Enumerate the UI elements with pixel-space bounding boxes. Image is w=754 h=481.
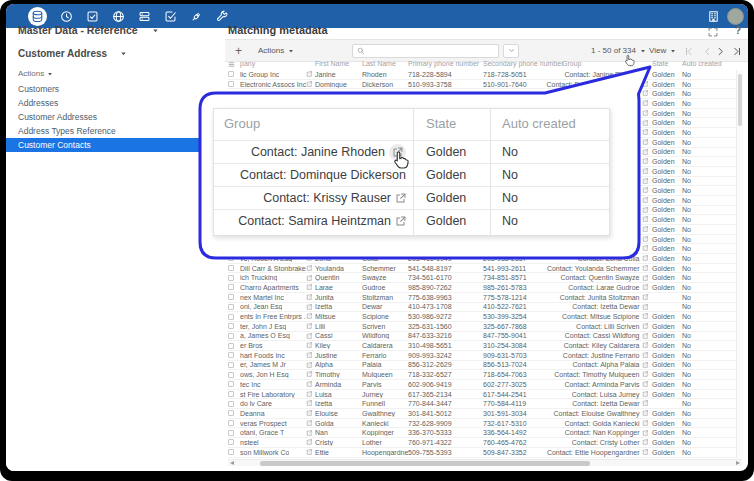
table-row[interactable]: ve, Robert A EsqZonaColla203-461-1949203… [228,254,736,264]
open-record-icon[interactable] [306,304,313,311]
first-page-button[interactable] [684,47,693,56]
table-row[interactable]: lic Group IncJanineRhoden718-228-5894718… [228,70,736,80]
open-record-icon[interactable] [642,139,649,146]
group-link[interactable]: Contact: Izetta Dewar [572,303,648,312]
table-row[interactable]: auserGoldenNo [228,89,736,99]
open-record-icon[interactable] [642,333,649,340]
row-checkbox[interactable] [228,284,234,290]
actions-menu-button[interactable]: Actions [258,46,294,55]
column-header-state[interactable]: State [652,60,668,67]
table-row[interactable]: otani, Grace TNanKoppinger336-370-533333… [228,428,736,438]
callout-group-link[interactable]: Contact: Samira Heintzman [214,210,411,232]
open-record-icon[interactable] [642,90,649,97]
table-row[interactable]: ows, Jon H EsqTimothyMulqueen718-332-652… [228,370,736,380]
row-checkbox[interactable] [228,343,234,349]
column-menu-icon[interactable] [228,61,235,68]
group-link[interactable]: tros [628,128,648,137]
open-record-icon[interactable] [642,149,649,156]
help-icon[interactable]: ? [735,25,741,36]
row-checkbox[interactable] [228,323,234,329]
table-row[interactable]: tec IncArmindaParvis602-906-9419602-277-… [228,380,736,390]
open-record-icon[interactable] [306,265,313,272]
group-link[interactable]: resi [628,138,648,147]
group-link[interactable]: Contact: Junita Stoltzman [560,293,648,302]
row-checkbox[interactable] [228,71,234,77]
open-record-icon[interactable] [642,236,649,243]
group-link[interactable]: Contact: Lilli Scriven [576,322,648,331]
open-record-icon[interactable] [642,120,649,127]
table-row[interactable]: a, James O EsqCassiWildfong847-633-32168… [228,332,736,342]
group-link[interactable]: Contact: Mitsue Scipione [562,312,648,321]
table-row[interactable]: er BrosKileyCaldarera310-498-5651310-254… [228,341,736,351]
table-row[interactable]: nex Martel IncJunitaStoltzman775-638-996… [228,293,736,303]
row-checkbox[interactable] [228,362,234,368]
column-header-auto-created[interactable]: Auto created [682,60,722,67]
table-row[interactable]: er, James M JrAlphaPalaia856-312-2629856… [228,361,736,371]
open-record-icon[interactable] [642,381,649,388]
open-record-icon[interactable] [395,193,406,204]
group-link[interactable]: Contact: Elouise Gwalthney [554,409,649,418]
open-record-icon[interactable] [306,439,313,446]
column-header-first-name[interactable]: First Name [315,60,349,67]
table-row[interactable]: DeannaElouiseGwalthney301-841-5012301-59… [228,409,736,419]
open-record-icon[interactable] [642,400,649,407]
group-link[interactable]: Contact: Cassi Wildfong [565,332,648,341]
table-row[interactable]: ordGoldenNo [228,235,736,245]
horizontal-scrollbar-thumb[interactable] [260,461,590,466]
open-record-icon[interactable] [642,362,649,369]
column-header-last-name[interactable]: Last Name [362,60,396,67]
row-checkbox[interactable] [228,294,234,300]
next-page-button[interactable] [716,47,725,56]
open-record-icon[interactable] [306,71,313,78]
open-record-icon[interactable] [642,410,649,417]
open-record-icon[interactable] [642,430,649,437]
group-link[interactable]: sky [629,225,648,234]
open-record-icon[interactable] [306,284,313,291]
group-link[interactable]: mu [630,177,648,186]
group-link[interactable]: Contact: Larae Gudroe [568,283,648,292]
open-record-icon[interactable] [642,439,649,446]
group-link[interactable]: Contact: Quentin Swayze [561,273,649,282]
group-link[interactable]: ord [629,235,648,244]
callout-group-link[interactable]: Contact: Krissy Rauser [214,187,411,209]
row-checkbox[interactable] [228,449,234,455]
group-link[interactable]: auser [622,89,648,98]
open-record-icon[interactable] [642,187,649,194]
group-link[interactable]: eld [630,206,648,215]
column-header-secondary-phone-number[interactable]: Secondary phone number [483,60,564,67]
open-record-icon[interactable] [642,216,649,223]
open-record-icon[interactable] [306,391,313,398]
vertical-scrollbar[interactable] [736,70,743,458]
row-checkbox[interactable] [228,314,234,320]
open-record-icon[interactable] [306,323,313,330]
pagination-range-dropdown[interactable]: 1 - 50 of 334 [591,46,646,55]
open-record-icon[interactable] [642,352,649,359]
open-record-icon[interactable] [642,294,649,301]
column-header-primary-phone-number[interactable]: Primary phone number [408,60,479,67]
group-link[interactable]: erre [627,244,648,253]
group-link[interactable]: Contact: Izetta Dewar [572,399,648,408]
callout-group-link[interactable]: Contact: Dominque Dickerson [214,164,411,186]
group-link[interactable]: Contact: Cristy Lother [572,438,648,447]
row-checkbox[interactable] [228,430,234,436]
scroll-right-arrow[interactable] [736,461,740,465]
row-checkbox[interactable] [228,410,234,416]
open-record-icon[interactable] [642,110,649,117]
open-record-icon[interactable] [642,265,649,272]
group-link[interactable]: Contact: Nan Koppinger [565,428,648,437]
open-record-icon[interactable] [642,371,649,378]
horizontal-scrollbar[interactable] [228,459,742,466]
group-link[interactable]: Contact: Dominque Dickerson [547,80,649,89]
open-record-icon[interactable] [642,245,649,252]
group-link[interactable]: Contact: Golda Kaniecki [564,419,648,428]
open-record-icon[interactable] [306,352,313,359]
search-input[interactable] [365,46,498,56]
open-record-icon[interactable] [642,158,649,165]
table-row[interactable]: oni, Jean EsqIzettaDewar410-473-1708410-… [228,303,736,313]
open-record-icon[interactable] [642,129,649,136]
group-link[interactable]: Contact: Kiley Caldarera [564,341,648,350]
open-record-icon[interactable] [306,333,313,340]
table-row[interactable]: ents In Free Entrprs ...MitsueScipione53… [228,312,736,322]
column-header-pany[interactable]: pany [240,60,255,67]
group-link[interactable]: Contact: Ettie Hoopengardner [547,448,648,457]
